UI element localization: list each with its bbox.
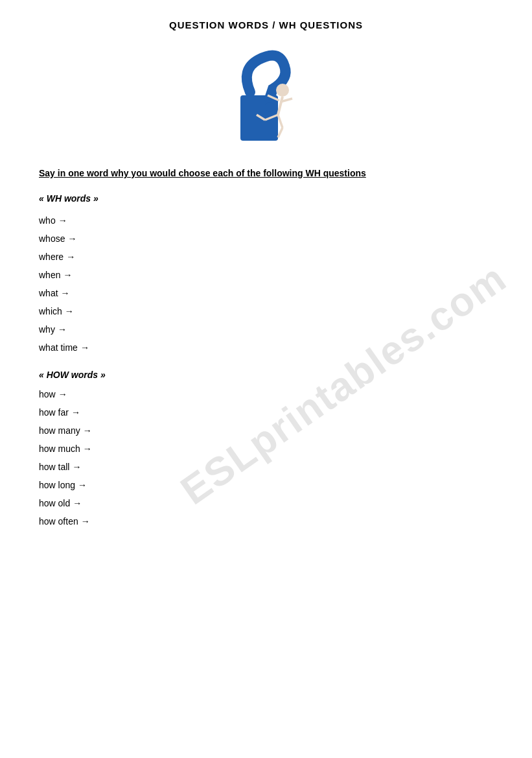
list-item: when → [39, 266, 493, 284]
how-word: how often [39, 516, 78, 527]
how-word: how many [39, 425, 80, 436]
how-word: how far [39, 407, 69, 418]
arrow-icon: → [73, 498, 82, 508]
wh-word: what time [39, 342, 78, 353]
arrow-icon: → [61, 288, 70, 298]
list-item: what → [39, 284, 493, 302]
arrow-icon: → [78, 480, 87, 490]
wh-section-label: « WH words » [39, 193, 493, 204]
arrow-icon: → [58, 389, 67, 399]
wh-word: whose [39, 233, 65, 244]
list-item: how old → [39, 494, 493, 512]
list-item: why → [39, 320, 493, 338]
list-item: whose → [39, 230, 493, 248]
wh-word: where [39, 252, 64, 262]
arrow-icon: → [58, 324, 67, 335]
list-item: what time → [39, 338, 493, 357]
how-word: how tall [39, 462, 69, 472]
wh-word-list: who → whose → where → when → what → whic… [39, 211, 493, 357]
page: ESLprintables.com QUESTION WORDS / WH QU… [0, 0, 532, 758]
list-item: how long → [39, 476, 493, 494]
how-section-label: « HOW words » [39, 370, 493, 380]
arrow-icon: → [83, 444, 92, 454]
arrow-icon: → [58, 215, 67, 226]
arrow-icon: → [80, 342, 89, 353]
how-word: how much [39, 444, 80, 454]
arrow-icon: → [71, 407, 80, 418]
question-mark-figure [221, 43, 312, 147]
list-item: how often → [39, 512, 493, 530]
list-item: where → [39, 248, 493, 266]
how-word-list: how → how far → how many → how much → ho… [39, 385, 493, 530]
svg-point-2 [276, 84, 289, 97]
how-word: how long [39, 480, 75, 490]
page-title: QUESTION WORDS / WH QUESTIONS [39, 19, 493, 30]
illustration-container [39, 43, 493, 147]
arrow-icon: → [67, 233, 76, 244]
arrow-icon: → [81, 516, 90, 527]
arrow-icon: → [72, 462, 81, 472]
list-item: how many → [39, 421, 493, 440]
svg-line-9 [278, 128, 283, 137]
svg-point-1 [265, 102, 274, 112]
how-word: how [39, 389, 56, 399]
list-item: how tall → [39, 458, 493, 476]
list-item: how → [39, 385, 493, 403]
list-item: how far → [39, 403, 493, 421]
list-item: how much → [39, 440, 493, 458]
how-word: how old [39, 498, 70, 508]
arrow-icon: → [63, 270, 72, 280]
instruction-text: Say in one word why you would choose eac… [39, 167, 493, 180]
wh-word: what [39, 288, 58, 298]
list-item: which → [39, 302, 493, 320]
svg-line-8 [278, 115, 283, 128]
list-item: who → [39, 211, 493, 230]
arrow-icon: → [83, 425, 92, 436]
arrow-icon: → [65, 306, 74, 316]
wh-word: when [39, 270, 60, 280]
arrow-icon: → [66, 252, 75, 262]
wh-word: why [39, 324, 55, 335]
wh-word: which [39, 306, 62, 316]
wh-word: who [39, 215, 56, 226]
